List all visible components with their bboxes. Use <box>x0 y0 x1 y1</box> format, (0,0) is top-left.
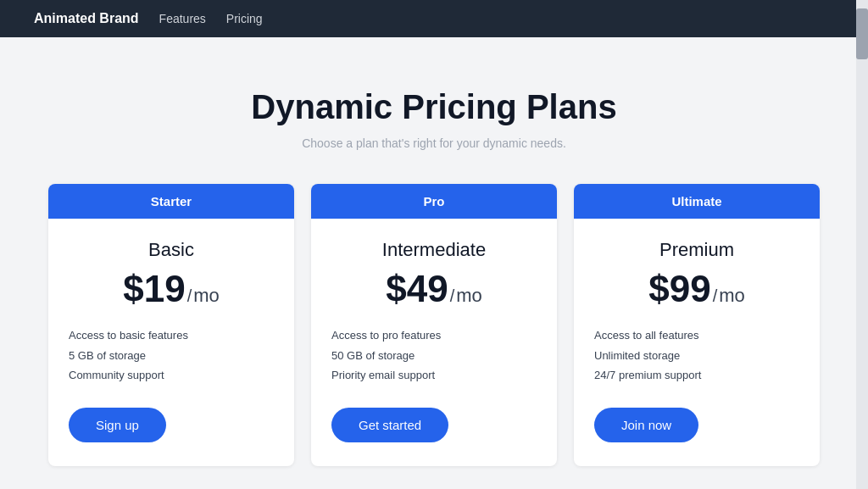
feature-item: Access to all features <box>594 327 799 344</box>
cta-button-ultimate[interactable]: Join now <box>594 408 698 442</box>
cta-button-pro[interactable]: Get started <box>331 408 448 442</box>
feature-item: 50 GB of storage <box>331 347 537 364</box>
pricing-card-starter: StarterBasic$19/ moAccess to basic featu… <box>48 184 294 466</box>
nav-link-features[interactable]: Features <box>159 12 206 25</box>
price-slash-starter: / <box>187 286 192 306</box>
pricing-card-ultimate: UltimatePremium$99/ moAccess to all feat… <box>574 184 820 466</box>
price-period-ultimate: mo <box>719 285 745 307</box>
navbar: Animated Brand Features Pricing <box>0 0 868 37</box>
feature-item: 5 GB of storage <box>69 347 274 364</box>
feature-item: Access to basic features <box>69 327 274 344</box>
page-subtitle: Choose a plan that's right for your dyna… <box>302 136 566 150</box>
feature-item: Community support <box>69 367 274 384</box>
price-amount-ultimate: $99 <box>648 268 710 310</box>
price-slash-ultimate: / <box>713 286 718 306</box>
feature-item: Priority email support <box>331 367 537 384</box>
cta-button-starter[interactable]: Sign up <box>69 408 166 442</box>
price-amount-starter: $19 <box>123 268 185 310</box>
price-row-pro: $49/ mo <box>386 268 482 310</box>
price-row-ultimate: $99/ mo <box>648 268 745 310</box>
price-amount-pro: $49 <box>386 268 448 310</box>
scrollbar-track[interactable] <box>856 0 868 489</box>
feature-item: Access to pro features <box>331 327 537 344</box>
pricing-cards: StarterBasic$19/ moAccess to basic featu… <box>44 184 824 466</box>
feature-item: 24/7 premium support <box>594 367 799 384</box>
card-tier-starter: Basic <box>69 239 274 261</box>
features-list-pro: Access to pro features50 GB of storagePr… <box>331 327 537 387</box>
nav-link-pricing[interactable]: Pricing <box>226 12 263 25</box>
main-content: Dynamic Pricing Plans Choose a plan that… <box>0 37 868 489</box>
pricing-card-pro: ProIntermediate$49/ moAccess to pro feat… <box>311 184 557 466</box>
card-header-ultimate: Ultimate <box>574 184 820 219</box>
card-header-starter: Starter <box>48 184 294 219</box>
price-period-starter: mo <box>193 285 220 307</box>
features-list-ultimate: Access to all featuresUnlimited storage2… <box>594 327 799 387</box>
card-header-pro: Pro <box>311 184 557 219</box>
price-slash-pro: / <box>450 286 455 306</box>
nav-brand[interactable]: Animated Brand <box>34 11 139 26</box>
feature-item: Unlimited storage <box>594 347 799 364</box>
card-tier-pro: Intermediate <box>331 239 537 261</box>
page-title: Dynamic Pricing Plans <box>251 88 616 126</box>
features-list-starter: Access to basic features5 GB of storageC… <box>69 327 274 387</box>
price-period-pro: mo <box>456 285 482 307</box>
price-row-starter: $19/ mo <box>123 268 220 310</box>
scrollbar-thumb[interactable] <box>856 8 868 59</box>
card-tier-ultimate: Premium <box>594 239 799 261</box>
